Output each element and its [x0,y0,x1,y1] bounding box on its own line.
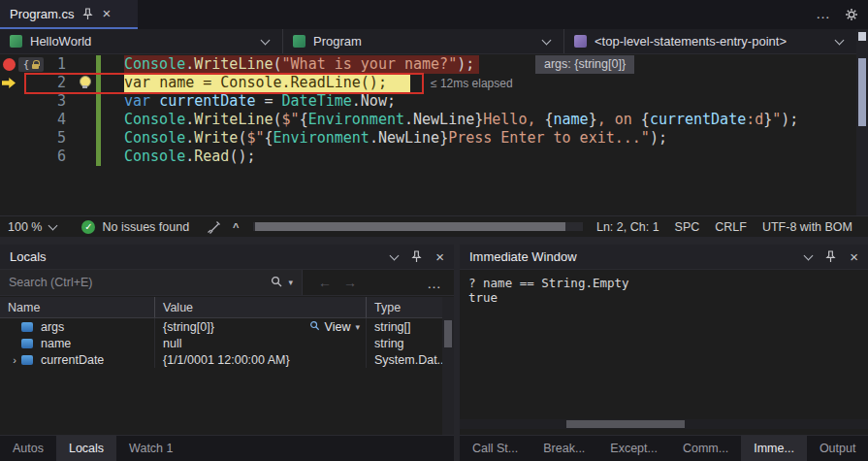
locals-scrollbar[interactable] [442,297,454,435]
change-bar [96,74,101,92]
column-header-name[interactable]: Name [0,297,155,317]
back-icon[interactable]: ← [318,275,332,290]
immediate-content[interactable]: ? name == String.Emptytrue [460,270,868,305]
scrollbar-thumb[interactable] [255,222,565,231]
code-text[interactable]: Console.WriteLine($"{Environment.NewLine… [124,111,798,129]
status-encoding[interactable]: UTF-8 with BOM [762,220,852,234]
member-name: <top-level-statements-entry-point> [595,34,787,49]
code-line-2[interactable]: 2var name = Console.ReadLine(); [0,74,856,92]
code-line-1[interactable]: 1Console.WriteLine("What is your name?")… [0,55,856,74]
visual-studio-window: Program.cs × … HelloWorld Program <top-l… [0,0,868,461]
editor-status-bar: 100 % ✓ No issues found ^ Ln: 2, Ch: 1 S… [0,215,868,237]
search-input[interactable] [9,276,265,289]
immediate-title-bar: Immediate Window × [460,245,868,270]
locals-row-args[interactable]: args{string[0]}View▾string[] [0,318,442,335]
locals-title: Locals [10,249,47,264]
immediate-tab-call-st[interactable]: Call St... [460,436,530,461]
chevron-down-icon[interactable]: ▾ [288,278,293,287]
type-dropdown[interactable]: Program [283,29,564,53]
immediate-window: Immediate Window × ? name == String.Empt… [460,245,868,461]
editor-horizontal-scrollbar[interactable] [253,222,583,231]
locals-row-name[interactable]: namenullstring [0,335,442,351]
issues-indicator[interactable]: ✓ No issues found [81,220,189,234]
current-statement-arrow-icon[interactable] [0,74,17,92]
chevron-down-icon [48,220,58,230]
locals-tab-autos[interactable]: Autos [0,436,56,461]
column-header-type[interactable]: Type [367,297,442,317]
change-bar [96,111,101,129]
immediate-line: true [468,290,868,305]
tab-overflow-icon[interactable]: … [816,5,831,21]
locals-window: Locals × ▾ ← → … NameValueType args{stri… [0,245,454,461]
status-insert-mode[interactable]: SPC [675,220,700,234]
member-dropdown[interactable]: <top-level-statements-entry-point> [564,29,856,53]
scrollbar-thumb[interactable] [444,320,452,347]
pin-icon[interactable] [825,250,836,263]
datatip[interactable]: args: {string[0]} [535,55,634,74]
project-dropdown[interactable]: HelloWorld [0,29,283,53]
code-text[interactable]: Console.Read(); [124,148,255,166]
project-name: HelloWorld [30,34,91,49]
brace-icon: { [23,58,30,71]
code-editor[interactable]: 1Console.WriteLine("What is your name?")… [0,54,856,215]
line-number: 2 [17,74,66,92]
expand-icon[interactable]: ^ [233,221,239,233]
close-icon[interactable]: × [102,7,111,20]
expander-icon[interactable]: › [8,354,21,366]
lock-icon [32,64,39,69]
breakpoint-icon[interactable] [0,55,17,74]
immediate-horizontal-scrollbar[interactable] [460,419,868,429]
code-line-5[interactable]: 5Console.Write($"{Environment.NewLine}Pr… [0,129,856,148]
type-cell: System.Dat... [367,351,442,368]
search-box[interactable]: ▾ [0,270,303,295]
code-text[interactable]: Console.WriteLine("What is your name?"); [124,55,479,74]
close-icon[interactable]: × [435,251,444,263]
code-line-3[interactable]: 3var currentDate = DateTime.Now; [0,92,856,111]
lightbulb-icon[interactable] [80,76,90,89]
scrollbar-arrow[interactable] [858,32,866,41]
pin-icon[interactable] [82,8,93,20]
locals-row-currentDate[interactable]: ›currentDate{1/1/0001 12:00:00 AM}System… [0,351,442,368]
zoom-control[interactable]: 100 % [8,220,56,234]
code-line-6[interactable]: 6Console.Read(); [0,148,856,166]
view-button[interactable]: View▾ [309,320,360,334]
value-cell: {string[0]}View▾ [155,318,367,335]
change-bar [96,148,101,166]
locals-tab-locals[interactable]: Locals [56,436,116,461]
chevron-down-icon [542,35,552,45]
more-options-icon[interactable]: … [427,275,442,291]
code-cleanup-icon[interactable] [207,220,221,234]
immediate-tab-except[interactable]: Except... [597,436,670,461]
immediate-tab-comm[interactable]: Comm... [670,436,741,461]
horizontal-splitter[interactable] [0,237,868,245]
window-position-icon[interactable] [804,250,814,260]
variable-icon [21,322,33,332]
code-text[interactable]: var name = Console.ReadLine(); [124,74,410,92]
settings-gear-icon[interactable] [845,8,858,24]
zoom-level: 100 % [8,220,42,234]
tab-program-cs[interactable]: Program.cs × [0,0,138,29]
pin-icon[interactable] [411,250,422,263]
locals-rows: args{string[0]}View▾string[]namenullstri… [0,318,442,368]
status-line-ending[interactable]: CRLF [715,220,747,234]
perftip[interactable]: ≤ 12ms elapsed [431,75,513,93]
column-header-value[interactable]: Value [155,297,367,317]
immediate-tab-imme[interactable]: Imme... [741,436,807,461]
editor-vertical-scrollbar[interactable] [856,29,868,215]
glyph-margin [0,111,17,129]
check-icon: ✓ [81,220,95,234]
search-icon[interactable] [271,276,282,290]
document-tab-bar: Program.cs × … [0,0,868,29]
code-text[interactable]: var currentDate = DateTime.Now; [124,92,396,111]
immediate-tab-output[interactable]: Output [807,436,868,461]
code-text[interactable]: Console.Write($"{Environment.NewLine}Pre… [124,129,667,148]
close-icon[interactable]: × [850,251,858,263]
scrollbar-thumb[interactable] [566,420,685,428]
status-line-col[interactable]: Ln: 2, Ch: 1 [596,220,659,234]
forward-icon[interactable]: → [343,275,357,290]
immediate-tab-break[interactable]: Break... [530,436,597,461]
scrollbar-thumb[interactable] [858,58,866,126]
window-position-icon[interactable] [390,250,400,260]
locals-tab-watch-1[interactable]: Watch 1 [116,436,185,461]
code-line-4[interactable]: 4Console.WriteLine($"{Environment.NewLin… [0,111,856,129]
